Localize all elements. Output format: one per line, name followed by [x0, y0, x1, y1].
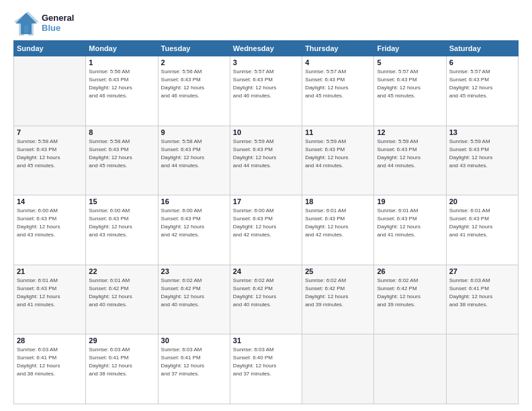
day-number: 6: [449, 58, 515, 66]
calendar-cell: 16Sunrise: 6:00 AM Sunset: 6:43 PM Dayli…: [158, 195, 230, 265]
day-number: 20: [449, 197, 515, 205]
day-info: Sunrise: 6:01 AM Sunset: 6:43 PM Dayligh…: [305, 207, 371, 239]
day-number: 29: [89, 336, 154, 345]
day-info: Sunrise: 6:00 AM Sunset: 6:43 PM Dayligh…: [17, 207, 83, 239]
day-info: Sunrise: 5:58 AM Sunset: 6:43 PM Dayligh…: [89, 138, 154, 170]
day-info: Sunrise: 6:00 AM Sunset: 6:43 PM Dayligh…: [89, 207, 154, 239]
calendar-day-header: Saturday: [446, 41, 518, 56]
calendar-cell: 5Sunrise: 5:57 AM Sunset: 6:43 PM Daylig…: [374, 56, 446, 126]
day-number: 28: [17, 336, 83, 345]
calendar-cell: 1Sunrise: 5:56 AM Sunset: 6:43 PM Daylig…: [86, 56, 158, 126]
calendar-cell: 27Sunrise: 6:03 AM Sunset: 6:41 PM Dayli…: [446, 265, 518, 334]
header: General Blue: [13, 11, 519, 36]
calendar-cell: 29Sunrise: 6:03 AM Sunset: 6:41 PM Dayli…: [86, 334, 158, 404]
day-number: 23: [161, 267, 227, 275]
day-number: 2: [161, 58, 227, 66]
calendar-cell: [446, 334, 518, 404]
day-number: 1: [89, 58, 154, 66]
day-info: Sunrise: 5:57 AM Sunset: 6:43 PM Dayligh…: [377, 68, 443, 100]
calendar-cell: 2Sunrise: 5:56 AM Sunset: 6:43 PM Daylig…: [158, 56, 230, 126]
calendar-cell: 25Sunrise: 6:02 AM Sunset: 6:42 PM Dayli…: [302, 265, 374, 334]
calendar-cell: 20Sunrise: 6:01 AM Sunset: 6:43 PM Dayli…: [446, 195, 518, 265]
day-number: 15: [89, 197, 154, 205]
day-info: Sunrise: 6:01 AM Sunset: 6:42 PM Dayligh…: [89, 277, 154, 309]
calendar-day-header: Friday: [374, 41, 446, 56]
day-number: 21: [17, 267, 83, 275]
day-number: 22: [89, 267, 154, 275]
day-number: 26: [377, 267, 443, 275]
day-number: 7: [17, 128, 83, 136]
day-info: Sunrise: 5:59 AM Sunset: 6:43 PM Dayligh…: [377, 138, 443, 170]
day-number: 27: [449, 267, 515, 275]
day-info: Sunrise: 6:02 AM Sunset: 6:42 PM Dayligh…: [161, 277, 227, 309]
day-number: 12: [377, 128, 443, 136]
calendar-week-row: 14Sunrise: 6:00 AM Sunset: 6:43 PM Dayli…: [14, 195, 519, 265]
calendar-cell: 8Sunrise: 5:58 AM Sunset: 6:43 PM Daylig…: [86, 126, 158, 195]
day-number: 3: [233, 58, 299, 66]
day-number: 31: [233, 336, 299, 345]
logo-text-block: General Blue: [42, 13, 74, 34]
calendar-cell: 10Sunrise: 5:59 AM Sunset: 6:43 PM Dayli…: [230, 126, 302, 195]
calendar-day-header: Monday: [86, 41, 158, 56]
calendar-cell: 11Sunrise: 5:59 AM Sunset: 6:43 PM Dayli…: [302, 126, 374, 195]
calendar-cell: 4Sunrise: 5:57 AM Sunset: 6:43 PM Daylig…: [302, 56, 374, 126]
calendar-cell: 9Sunrise: 5:58 AM Sunset: 6:43 PM Daylig…: [158, 126, 230, 195]
day-number: 13: [449, 128, 515, 136]
day-number: 10: [233, 128, 299, 136]
calendar-cell: 18Sunrise: 6:01 AM Sunset: 6:43 PM Dayli…: [302, 195, 374, 265]
calendar-cell: [302, 334, 374, 404]
day-info: Sunrise: 6:00 AM Sunset: 6:43 PM Dayligh…: [161, 207, 227, 239]
calendar-cell: 22Sunrise: 6:01 AM Sunset: 6:42 PM Dayli…: [86, 265, 158, 334]
calendar-day-header: Thursday: [302, 41, 374, 56]
day-number: 19: [377, 197, 443, 205]
calendar-cell: 12Sunrise: 5:59 AM Sunset: 6:43 PM Dayli…: [374, 126, 446, 195]
day-info: Sunrise: 6:01 AM Sunset: 6:43 PM Dayligh…: [377, 207, 443, 239]
day-info: Sunrise: 5:56 AM Sunset: 6:43 PM Dayligh…: [89, 68, 154, 100]
day-info: Sunrise: 6:01 AM Sunset: 6:43 PM Dayligh…: [449, 207, 515, 239]
calendar-week-row: 28Sunrise: 6:03 AM Sunset: 6:41 PM Dayli…: [14, 334, 519, 404]
day-number: 8: [89, 128, 154, 136]
calendar-day-header: Sunday: [14, 41, 86, 56]
day-number: 18: [305, 197, 371, 205]
logo-blue: Blue: [42, 24, 74, 34]
day-number: 9: [161, 128, 227, 136]
day-info: Sunrise: 5:58 AM Sunset: 6:43 PM Dayligh…: [17, 138, 83, 170]
calendar-header-row: SundayMondayTuesdayWednesdayThursdayFrid…: [14, 41, 519, 56]
calendar-week-row: 7Sunrise: 5:58 AM Sunset: 6:43 PM Daylig…: [14, 126, 519, 195]
day-number: 25: [305, 267, 371, 275]
day-number: 17: [233, 197, 299, 205]
day-info: Sunrise: 6:03 AM Sunset: 6:41 PM Dayligh…: [161, 346, 227, 378]
calendar-cell: [374, 334, 446, 404]
day-info: Sunrise: 5:59 AM Sunset: 6:43 PM Dayligh…: [305, 138, 371, 170]
calendar-cell: 14Sunrise: 6:00 AM Sunset: 6:43 PM Dayli…: [14, 195, 86, 265]
calendar-day-header: Wednesday: [230, 41, 302, 56]
day-number: 30: [161, 336, 227, 345]
logo-general: General: [42, 13, 74, 24]
day-info: Sunrise: 5:58 AM Sunset: 6:43 PM Dayligh…: [161, 138, 227, 170]
calendar-cell: 15Sunrise: 6:00 AM Sunset: 6:43 PM Dayli…: [86, 195, 158, 265]
day-number: 24: [233, 267, 299, 275]
day-number: 11: [305, 128, 371, 136]
day-info: Sunrise: 5:56 AM Sunset: 6:43 PM Dayligh…: [161, 68, 227, 100]
calendar-cell: 26Sunrise: 6:02 AM Sunset: 6:42 PM Dayli…: [374, 265, 446, 334]
day-info: Sunrise: 6:03 AM Sunset: 6:40 PM Dayligh…: [233, 346, 299, 378]
calendar-cell: 3Sunrise: 5:57 AM Sunset: 6:43 PM Daylig…: [230, 56, 302, 126]
calendar-cell: 28Sunrise: 6:03 AM Sunset: 6:41 PM Dayli…: [14, 334, 86, 404]
day-info: Sunrise: 6:00 AM Sunset: 6:43 PM Dayligh…: [233, 207, 299, 239]
day-info: Sunrise: 6:03 AM Sunset: 6:41 PM Dayligh…: [89, 346, 154, 378]
day-info: Sunrise: 6:02 AM Sunset: 6:42 PM Dayligh…: [377, 277, 443, 309]
calendar-day-header: Tuesday: [158, 41, 230, 56]
day-info: Sunrise: 6:03 AM Sunset: 6:41 PM Dayligh…: [449, 277, 515, 309]
day-info: Sunrise: 5:59 AM Sunset: 6:43 PM Dayligh…: [449, 138, 515, 170]
calendar-cell: 19Sunrise: 6:01 AM Sunset: 6:43 PM Dayli…: [374, 195, 446, 265]
calendar-cell: [14, 56, 86, 126]
logo: General Blue: [13, 11, 74, 36]
calendar-cell: 6Sunrise: 5:57 AM Sunset: 6:43 PM Daylig…: [446, 56, 518, 126]
calendar-cell: 7Sunrise: 5:58 AM Sunset: 6:43 PM Daylig…: [14, 126, 86, 195]
day-number: 14: [17, 197, 83, 205]
calendar-cell: 21Sunrise: 6:01 AM Sunset: 6:43 PM Dayli…: [14, 265, 86, 334]
calendar-table: SundayMondayTuesdayWednesdayThursdayFrid…: [13, 40, 519, 404]
calendar-cell: 30Sunrise: 6:03 AM Sunset: 6:41 PM Dayli…: [158, 334, 230, 404]
page: General Blue SundayMondayTuesdayWednesda…: [0, 0, 532, 411]
day-info: Sunrise: 6:01 AM Sunset: 6:43 PM Dayligh…: [17, 277, 83, 309]
